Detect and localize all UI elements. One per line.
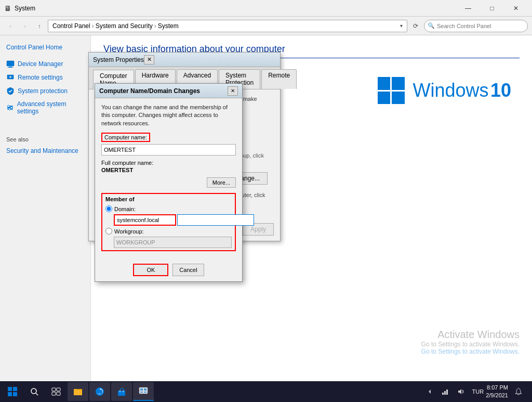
windows-logo-text: Windows 10 (413, 80, 511, 101)
activate-settings-link[interactable]: Go to Settings to activate Windows. (421, 348, 520, 355)
sidebar-home[interactable]: Control Panel Home (0, 42, 90, 57)
clock: 8:07 PM 2/9/2021 (486, 384, 508, 400)
path-system-security[interactable]: System and Security (96, 22, 153, 30)
sidebar-item-label-device-manager: Device Manager (18, 60, 63, 68)
svg-rect-17 (57, 388, 60, 391)
search-box: 🔍 (424, 20, 528, 32)
svg-point-7 (8, 105, 10, 107)
path-dropdown-icon[interactable]: ▾ (400, 23, 403, 29)
svg-rect-21 (74, 390, 82, 395)
svg-rect-33 (446, 390, 448, 395)
up-button[interactable]: ↑ (33, 20, 46, 32)
taskbar-app-control-panel[interactable] (133, 382, 154, 401)
sidebar-item-device-manager[interactable]: Device Manager (0, 57, 90, 71)
back-button[interactable]: ‹ (4, 20, 17, 32)
sidebar-item-advanced-settings[interactable]: Advanced system settings (0, 98, 90, 118)
address-bar: ‹ › ↑ Control Panel › System and Securit… (0, 17, 532, 35)
svg-rect-23 (118, 391, 125, 396)
svg-rect-2 (8, 67, 13, 68)
computer-name-dialog-close-button[interactable]: ✕ (228, 86, 238, 96)
taskbar-app-edge[interactable] (89, 382, 110, 401)
sidebar-item-remote-settings[interactable]: Remote settings (0, 71, 90, 84)
workgroup-radio-row: Workgroup: (105, 228, 232, 235)
workgroup-radio[interactable] (105, 228, 112, 235)
forward-button[interactable]: › (19, 20, 31, 32)
computer-name-description: You can change the name and the membersh… (101, 103, 236, 127)
tray-network-button[interactable] (438, 382, 453, 401)
activate-watermark-sub: Go to Settings to activate Windows. (421, 341, 520, 348)
network-icon (441, 387, 449, 396)
task-view-button[interactable] (46, 382, 66, 401)
more-button[interactable]: More... (207, 177, 236, 188)
full-computer-name-label: Full computer name: (101, 160, 236, 166)
path-sep-1: › (92, 22, 94, 30)
file-explorer-icon (73, 386, 83, 397)
path-control-panel[interactable]: Control Panel (52, 22, 90, 30)
computer-name-dialog: Computer Name/Domain Changes ✕ You can c… (95, 83, 243, 282)
sidebar-item-system-protection[interactable]: System protection (0, 84, 90, 98)
path-system[interactable]: System (158, 22, 179, 30)
svg-point-3 (9, 76, 11, 78)
system-props-close-button[interactable]: ✕ (144, 55, 154, 64)
close-button[interactable]: ✕ (504, 0, 528, 17)
taskbar-app-file-explorer[interactable] (68, 382, 88, 401)
svg-rect-31 (442, 393, 444, 395)
svg-rect-28 (144, 388, 147, 391)
window-controls: — □ ✕ (456, 0, 528, 17)
address-path: Control Panel › System and Security › Sy… (48, 20, 407, 32)
computer-name-dialog-footer: OK Cancel (95, 261, 242, 281)
search-button[interactable] (24, 382, 45, 401)
sidebar-item-label-remote: Remote settings (18, 74, 63, 81)
computer-name-cancel-button[interactable]: Cancel (172, 264, 204, 276)
taskbar-search-icon (30, 387, 38, 396)
tray-icons (422, 382, 468, 401)
windows-logo-icon (378, 77, 405, 104)
svg-rect-0 (7, 61, 14, 66)
domain-radio[interactable] (105, 205, 112, 212)
svg-line-15 (36, 393, 38, 395)
svg-rect-24 (119, 391, 121, 392)
windows-number: 10 (490, 80, 511, 101)
refresh-button[interactable]: ⟳ (409, 20, 422, 32)
taskbar-app-store[interactable] (111, 382, 132, 401)
tray-speaker-button[interactable] (454, 382, 468, 401)
svg-rect-29 (140, 392, 143, 393)
more-btn-container: More... (101, 177, 236, 193)
member-of-label: Member of (105, 196, 232, 202)
svg-rect-16 (52, 388, 56, 391)
title-bar: 🖥 System — □ ✕ (0, 0, 532, 17)
windows-text: Windows (413, 80, 489, 101)
shield-icon (6, 87, 15, 95)
activate-watermark-title: Activate Windows (421, 329, 520, 341)
computer-name-input[interactable] (101, 144, 236, 155)
svg-rect-13 (13, 392, 17, 396)
task-view-icon (51, 387, 61, 396)
tab-remote[interactable]: Remote (261, 69, 297, 89)
computer-name-dialog-body: You can change the name and the membersh… (95, 98, 242, 261)
sidebar: Control Panel Home Device Manager Remote… (0, 35, 91, 381)
notification-icon (514, 387, 523, 396)
svg-point-14 (31, 388, 36, 394)
sidebar-item-label-advanced: Advanced system settings (17, 100, 84, 115)
svg-rect-32 (444, 391, 446, 395)
domain-input[interactable] (114, 214, 176, 226)
workgroup-input[interactable] (114, 237, 232, 248)
computer-name-ok-button[interactable]: OK (133, 264, 168, 276)
maximize-button[interactable]: □ (480, 0, 504, 17)
svg-rect-30 (144, 392, 147, 393)
windows-logo-area: Windows 10 (378, 77, 511, 104)
svg-rect-12 (8, 392, 12, 396)
search-input[interactable] (437, 23, 524, 29)
svg-rect-26 (139, 387, 148, 394)
notification-button[interactable] (510, 382, 527, 401)
start-button[interactable] (2, 382, 23, 401)
domain-input-extra[interactable] (177, 214, 254, 226)
remote-settings-icon (6, 73, 15, 82)
activate-watermark: Activate Windows Go to Settings to activ… (421, 329, 520, 355)
clock-time: 8:07 PM (486, 384, 508, 392)
minimize-button[interactable]: — (456, 0, 480, 17)
sidebar-link-security-maintenance[interactable]: Security and Maintenance (0, 146, 90, 156)
domain-radio-label: Domain: (114, 206, 136, 212)
tray-arrow-icon (427, 389, 432, 394)
tray-arrow-button[interactable] (422, 382, 437, 401)
